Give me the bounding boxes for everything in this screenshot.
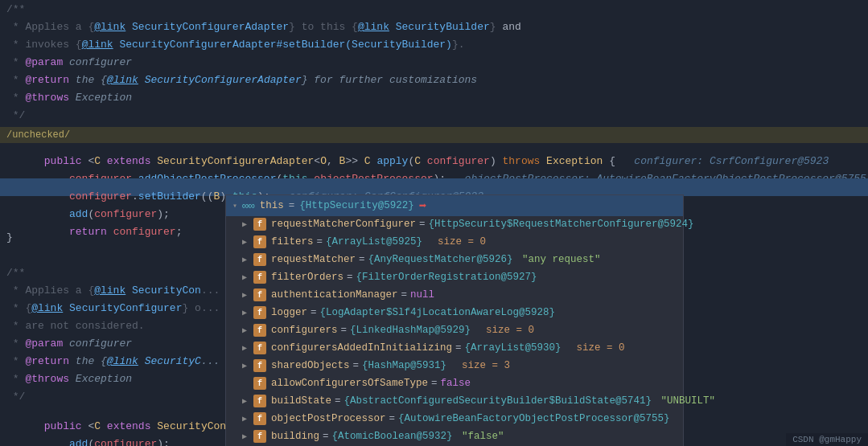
row-expand-icon: ▶ <box>242 361 250 370</box>
field-icon: f <box>253 324 266 337</box>
field-icon: f <box>253 271 266 284</box>
popup-varname: this <box>260 200 284 211</box>
field-icon: f <box>253 218 266 231</box>
field-name: configurers <box>271 325 338 336</box>
field-icon: f <box>253 395 266 407</box>
field-name: building <box>271 431 319 442</box>
field-name: logger <box>271 307 307 318</box>
field-name: requestMatcherConfigurer <box>271 219 416 230</box>
field-icon: f <box>253 377 266 390</box>
red-arrow-icon: ➡ <box>419 198 427 214</box>
row-expand-icon: ▶ <box>242 414 250 423</box>
bottom-bar: CSDN @gmHappy <box>786 433 868 446</box>
code-editor: /** * Applies a {@link SecurityConfigure… <box>0 0 868 446</box>
field-name: configurersAddedInInitializing <box>271 342 452 354</box>
popup-header: ▾ ∞∞ this = {HttpSecurity@5922} ➡ <box>226 195 683 216</box>
field-value: {LogAdapter$Slf4jLocationAwareLog@5928} <box>320 307 556 318</box>
row-expand-icon: ▶ <box>242 308 250 317</box>
popup-field-row[interactable]: ▶ f configurersAddedInInitializing = {Ar… <box>226 340 683 358</box>
field-name: allowConfigurersOfSameType <box>271 378 428 389</box>
popup-field-row[interactable]: ▶ f filterOrders = {FilterOrderRegistrat… <box>226 269 683 287</box>
unchecked-bar: /unchecked/ <box>0 127 868 143</box>
row-expand-icon: ▶ <box>242 255 250 264</box>
row-expand-icon: ▶ <box>242 272 250 282</box>
code-line: * Applies a {@link SecurityConfigurerAda… <box>0 21 868 39</box>
field-icon: f <box>253 412 266 425</box>
field-name: sharedObjects <box>271 360 350 371</box>
popup-classref: {HttpSecurity@5922} <box>299 200 414 211</box>
code-line: * @throws Exception <box>0 92 868 109</box>
row-expand-icon: ▶ <box>242 396 250 406</box>
field-icon: f <box>253 306 266 319</box>
row-expand-icon: ▶ <box>242 325 250 335</box>
field-icon: f <box>253 430 266 443</box>
field-name: objectPostProcessor <box>271 413 386 424</box>
field-name: filterOrders <box>271 272 343 283</box>
field-name: filters <box>271 236 314 248</box>
popup-field-row[interactable]: f allowConfigurersOfSameType = false <box>226 375 683 393</box>
row-expand-icon: ▶ <box>242 432 250 441</box>
code-line: * @param configurer <box>0 56 868 74</box>
row-expand-icon: ▶ <box>242 290 250 300</box>
code-line: * @return the {@link SecurityConfigurerA… <box>0 74 868 92</box>
row-expand-icon: ▶ <box>242 237 250 247</box>
code-line: configurer.addObjectPostProcessor(this.o… <box>0 161 868 178</box>
code-line: */ <box>0 109 868 127</box>
field-value: {AnyRequestMatcher@5926} <box>368 254 513 265</box>
field-value: {LinkedHashMap@5929} <box>350 325 471 336</box>
field-value: {ArrayList@5925} <box>326 236 422 248</box>
popup-field-row[interactable]: ▶ f buildState = {AbstractConfiguredSecu… <box>226 393 683 411</box>
code-line: /** <box>0 3 868 21</box>
field-value: {HttpSecurity$RequestMatcherConfigurer@5… <box>429 219 694 230</box>
popup-field-row[interactable]: ▶ f sharedObjects = {HashMap@5931} size … <box>226 358 683 375</box>
field-icon: f <box>253 342 266 354</box>
field-icon: f <box>253 253 266 266</box>
popup-field-row[interactable]: ▶ f building = {AtomicBoolean@5932} "fal… <box>226 428 683 446</box>
popup-field-row[interactable]: ▶ f configurers = {LinkedHashMap@5929} s… <box>226 322 683 340</box>
selected-code-line: configurer.setBuilder((B) this); configu… <box>0 178 868 196</box>
field-value: {FilterOrderRegistration@5927} <box>356 272 537 283</box>
field-value: {AtomicBoolean@5932} <box>332 431 453 442</box>
popup-field-row[interactable]: ▶ f authenticationManager = null <box>226 287 683 305</box>
popup-field-row[interactable]: ▶ f objectPostProcessor = {AutowireBeanF… <box>226 411 683 428</box>
field-value: {HashMap@5931} <box>362 360 446 371</box>
debug-popup: ▾ ∞∞ this = {HttpSecurity@5922} ➡ ▶ f re… <box>225 194 684 446</box>
field-icon: f <box>253 359 266 372</box>
row-expand-icon: ▶ <box>242 343 250 353</box>
popup-field-row[interactable]: ▶ f filters = {ArrayList@5925} size = 0 <box>226 234 683 252</box>
code-line: public <C extends SecurityConfigurerAdap… <box>0 143 868 161</box>
field-value: {AbstractConfiguredSecurityBuilder$Build… <box>344 395 652 407</box>
field-value: {AutowireBeanFactoryObjectPostProcessor@… <box>398 413 670 424</box>
field-value: {ArrayList@5930} <box>465 342 562 354</box>
row-expand-icon: ▶ <box>242 219 250 229</box>
expand-arrow-icon: ▾ <box>232 201 237 211</box>
code-line: * invokes {@link SecurityConfigurerAdapt… <box>0 39 868 56</box>
popup-field-row[interactable]: ▶ f logger = {LogAdapter$Slf4jLocationAw… <box>226 305 683 322</box>
bottom-bar-text: CSDN @gmHappy <box>792 435 862 444</box>
field-name: authenticationManager <box>271 289 398 301</box>
field-name: buildState <box>271 395 331 407</box>
field-icon: f <box>253 235 266 248</box>
field-name: requestMatcher <box>271 254 356 265</box>
popup-field-row[interactable]: ▶ f requestMatcher = {AnyRequestMatcher@… <box>226 252 683 269</box>
popup-field-row[interactable]: ▶ f requestMatcherConfigurer = {HttpSecu… <box>226 216 683 234</box>
field-icon: f <box>253 288 266 301</box>
